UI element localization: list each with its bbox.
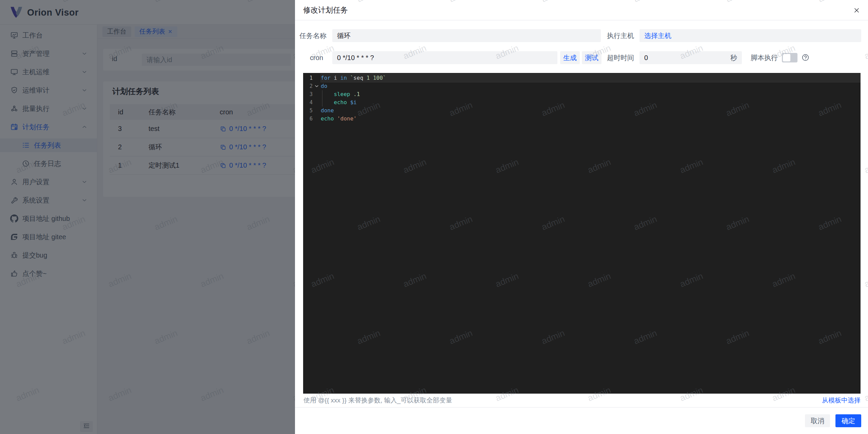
fold-spacer bbox=[313, 98, 321, 107]
code-text: sleep .1 bbox=[321, 90, 861, 98]
editor-line: 2do bbox=[303, 82, 861, 90]
editor-line: 1for i in `seq 1 100` bbox=[303, 74, 861, 82]
help-icon[interactable] bbox=[802, 54, 809, 61]
test-cron-label: 测试 bbox=[585, 53, 598, 62]
fold-spacer bbox=[313, 74, 321, 82]
watermark-text: admin bbox=[863, 43, 868, 61]
generate-cron-button[interactable]: 生成 bbox=[560, 51, 580, 64]
script-exec-toggle[interactable] bbox=[782, 53, 797, 62]
cancel-button[interactable]: 取消 bbox=[805, 414, 830, 427]
code-text: do bbox=[321, 82, 861, 90]
editor-hint-row: 使用 @{{ xxx }} 来替换参数, 输入_可以获取全部变量 从模板中选择 bbox=[295, 394, 868, 407]
timeout-input[interactable] bbox=[639, 51, 742, 64]
line-number: 5 bbox=[303, 107, 313, 115]
exec-host-label: 执行主机 bbox=[607, 29, 634, 42]
close-icon[interactable] bbox=[852, 6, 861, 14]
cron-label: cron bbox=[299, 51, 323, 64]
editor-line: 3 sleep .1 bbox=[303, 90, 861, 98]
line-number: 4 bbox=[303, 98, 313, 107]
watermark-text: admin bbox=[863, 157, 868, 175]
edit-task-drawer: 修改计划任务 任务名称 执行主机 选择主机 cron 生成 测试 超时时间 秒 bbox=[295, 0, 868, 434]
fold-spacer bbox=[313, 115, 321, 123]
code-text: echo 'done' bbox=[321, 115, 861, 123]
drawer-footer: 取消 确定 bbox=[295, 407, 868, 434]
drawer-header: 修改计划任务 bbox=[295, 0, 868, 20]
line-number: 6 bbox=[303, 115, 313, 123]
timeout-label: 超时时间 bbox=[607, 51, 634, 64]
task-name-input[interactable] bbox=[332, 29, 601, 42]
script-code-editor[interactable]: 1for i in `seq 1 100`2do3 sleep .14 echo… bbox=[303, 73, 861, 394]
line-number: 3 bbox=[303, 90, 313, 98]
select-host-link[interactable]: 选择主机 bbox=[644, 31, 671, 40]
task-name-label: 任务名称 bbox=[299, 29, 323, 42]
drawer-title: 修改计划任务 bbox=[303, 5, 348, 15]
editor-line: 4 echo $i bbox=[303, 98, 861, 107]
exec-host-field[interactable]: 选择主机 bbox=[639, 29, 861, 42]
code-text: for i in `seq 1 100` bbox=[321, 74, 861, 82]
editor-line: 5done bbox=[303, 107, 861, 115]
code-text: done bbox=[321, 107, 861, 115]
toggle-knob bbox=[783, 54, 790, 61]
generate-cron-label: 生成 bbox=[563, 53, 577, 62]
test-cron-button[interactable]: 测试 bbox=[582, 51, 601, 64]
fold-chevron-icon[interactable] bbox=[313, 82, 321, 90]
code-text: echo $i bbox=[321, 98, 861, 107]
confirm-button[interactable]: 确定 bbox=[835, 414, 861, 427]
timeout-field: 秒 bbox=[639, 51, 742, 64]
line-number: 2 bbox=[303, 82, 313, 90]
cron-input[interactable] bbox=[332, 51, 557, 64]
select-from-template-link[interactable]: 从模板中选择 bbox=[822, 394, 861, 407]
line-number: 1 bbox=[303, 74, 313, 82]
app-root: Orion Visor 工作台资产管理主机运维运维审计批量执行计划任务任务列表任… bbox=[0, 0, 868, 434]
param-hint-text: 使用 @{{ xxx }} 来替换参数, 输入_可以获取全部变量 bbox=[303, 394, 452, 407]
fold-spacer bbox=[313, 107, 321, 115]
indent-guide bbox=[322, 90, 322, 107]
fold-spacer bbox=[313, 90, 321, 98]
watermark-text: admin bbox=[863, 271, 868, 289]
editor-line: 6echo 'done' bbox=[303, 115, 861, 123]
timeout-unit: 秒 bbox=[730, 51, 737, 64]
script-exec-label: 脚本执行 bbox=[751, 51, 780, 64]
